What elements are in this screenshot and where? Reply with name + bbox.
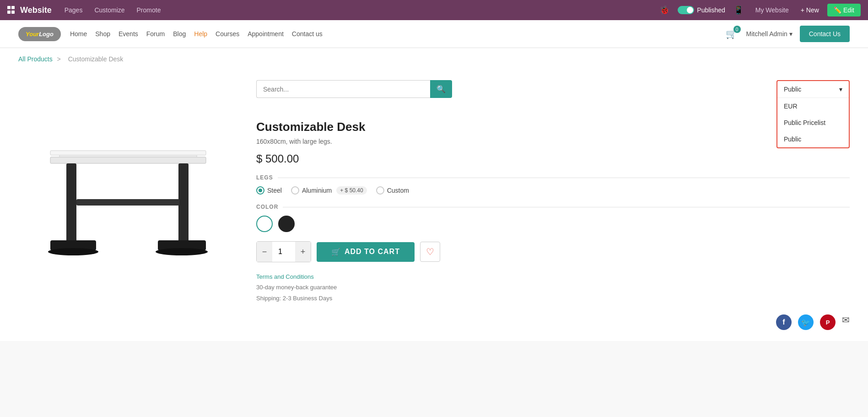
dropdown-item-public[interactable]: Public bbox=[777, 131, 849, 147]
cart-badge: 0 bbox=[733, 26, 741, 33]
promote-link[interactable]: Promote bbox=[133, 5, 165, 16]
color-white-swatch[interactable] bbox=[256, 216, 273, 232]
color-group bbox=[256, 216, 850, 232]
legs-steel-radio[interactable] bbox=[256, 186, 264, 195]
svg-rect-1 bbox=[50, 157, 206, 163]
new-button[interactable]: + New bbox=[797, 5, 823, 16]
published-toggle[interactable]: Published bbox=[678, 6, 725, 14]
search-icon: 🔍 bbox=[437, 85, 446, 93]
legs-aluminium-label: Aluminium bbox=[302, 187, 332, 194]
svg-rect-3 bbox=[178, 163, 189, 246]
svg-point-8 bbox=[156, 248, 208, 255]
svg-rect-6 bbox=[76, 199, 179, 206]
quantity-decrease-button[interactable]: − bbox=[257, 242, 272, 262]
grid-icon[interactable] bbox=[7, 6, 16, 14]
edit-button[interactable]: ✏️ Edit bbox=[827, 4, 861, 16]
dropdown-item-eur[interactable]: EUR bbox=[777, 98, 849, 114]
nav-blog[interactable]: Blog bbox=[173, 30, 186, 38]
public-dropdown[interactable]: Public ▾ EUR Public Pricelist Public bbox=[776, 80, 850, 148]
contact-us-button[interactable]: Contact Us bbox=[800, 26, 850, 42]
wishlist-button[interactable]: ♡ bbox=[420, 242, 440, 262]
main-content: 🔍 Public ▾ EUR Public Pricelist Public C… bbox=[0, 66, 868, 341]
quantity-increase-button[interactable]: + bbox=[295, 242, 311, 262]
policy-guarantee: 30-day money-back guarantee bbox=[256, 282, 850, 292]
product-image bbox=[18, 76, 238, 332]
policy-shipping: Shipping: 2-3 Business Days bbox=[256, 293, 850, 303]
nav-forum[interactable]: Forum bbox=[146, 30, 165, 38]
add-to-cart-button[interactable]: 🛒 ADD TO CART bbox=[317, 242, 415, 262]
mobile-icon[interactable]: 📱 bbox=[733, 5, 744, 15]
legs-steel-label: Steel bbox=[267, 187, 282, 194]
chevron-down-icon: ▾ bbox=[839, 86, 842, 93]
site-nav: Home Shop Events Forum Blog Help Courses… bbox=[70, 30, 717, 38]
breadcrumb: All Products > Customizable Desk bbox=[0, 48, 868, 66]
cart-section: − + 🛒 ADD TO CART ♡ bbox=[256, 241, 850, 262]
search-bar: 🔍 bbox=[256, 80, 452, 98]
color-black-swatch[interactable] bbox=[278, 216, 295, 232]
breadcrumb-all-products[interactable]: All Products bbox=[18, 55, 53, 63]
legs-label: LEGS bbox=[256, 174, 850, 181]
site-header: YourLogo Home Shop Events Forum Blog Hel… bbox=[0, 20, 868, 48]
nav-shop[interactable]: Shop bbox=[95, 30, 110, 38]
logo[interactable]: YourLogo bbox=[18, 27, 61, 41]
share-email-button[interactable]: ✉ bbox=[842, 314, 850, 330]
nav-events[interactable]: Events bbox=[119, 30, 138, 38]
admin-bar: Website Pages Customize Promote 🐞 Publis… bbox=[0, 0, 868, 20]
bug-icon[interactable]: 🐞 bbox=[659, 5, 669, 15]
my-website-link[interactable]: My Website bbox=[755, 6, 789, 14]
legs-custom-option[interactable]: Custom bbox=[376, 186, 409, 195]
share-facebook-button[interactable]: f bbox=[776, 314, 792, 330]
search-input[interactable] bbox=[256, 80, 430, 98]
share-pinterest-button[interactable]: P bbox=[820, 314, 836, 330]
breadcrumb-current: Customizable Desk bbox=[68, 55, 124, 63]
published-label: Published bbox=[697, 6, 725, 14]
quantity-control: − + bbox=[256, 241, 311, 262]
legs-option-section: LEGS Steel Aluminium + $ 50.40 Custom bbox=[256, 174, 850, 195]
legs-steel-option[interactable]: Steel bbox=[256, 186, 282, 195]
add-to-cart-label: ADD TO CART bbox=[345, 248, 400, 256]
nav-courses[interactable]: Courses bbox=[216, 30, 239, 38]
policy-section: Terms and Conditions 30-day money-back g… bbox=[256, 271, 850, 303]
public-dropdown-label: Public bbox=[784, 86, 801, 93]
breadcrumb-separator: > bbox=[57, 55, 61, 63]
color-label: COLOR bbox=[256, 204, 850, 210]
toggle-switch[interactable] bbox=[678, 6, 694, 14]
cart-icon-btn: 🛒 bbox=[331, 248, 341, 256]
nav-contact-us[interactable]: Contact us bbox=[292, 30, 323, 38]
site-name: Website bbox=[20, 5, 52, 15]
legs-aluminium-radio[interactable] bbox=[291, 186, 299, 195]
legs-custom-radio[interactable] bbox=[376, 186, 384, 195]
search-button[interactable]: 🔍 bbox=[430, 80, 452, 98]
legs-aluminium-option[interactable]: Aluminium + $ 50.40 bbox=[291, 186, 367, 195]
pencil-icon: ✏️ bbox=[834, 6, 841, 14]
svg-rect-9 bbox=[50, 151, 206, 155]
share-twitter-button[interactable]: 🐦 bbox=[798, 314, 814, 330]
nav-help[interactable]: Help bbox=[194, 30, 207, 38]
social-section: f 🐦 P ✉ bbox=[256, 314, 850, 330]
quantity-input[interactable] bbox=[272, 243, 295, 260]
cart-icon[interactable]: 🛒 0 bbox=[726, 28, 737, 39]
user-name[interactable]: Mitchell Admin ▾ bbox=[746, 30, 793, 38]
svg-point-7 bbox=[48, 248, 98, 255]
color-option-section: COLOR bbox=[256, 204, 850, 232]
public-dropdown-header[interactable]: Public ▾ bbox=[777, 81, 849, 98]
dropdown-item-public-pricelist[interactable]: Public Pricelist bbox=[777, 114, 849, 131]
policy-terms[interactable]: Terms and Conditions bbox=[256, 271, 850, 282]
legs-custom-label: Custom bbox=[387, 187, 409, 194]
svg-rect-2 bbox=[66, 163, 76, 246]
customize-link[interactable]: Customize bbox=[91, 5, 128, 16]
product-title: Customizable Desk bbox=[256, 120, 850, 134]
aluminium-price-badge: + $ 50.40 bbox=[336, 186, 367, 195]
product-subtitle: 160x80cm, with large legs. bbox=[256, 138, 850, 145]
product-details: 🔍 Public ▾ EUR Public Pricelist Public C… bbox=[256, 76, 850, 332]
desk-image-svg bbox=[23, 108, 233, 300]
nav-home[interactable]: Home bbox=[70, 30, 87, 38]
nav-appointment[interactable]: Appointment bbox=[248, 30, 284, 38]
legs-radio-group: Steel Aluminium + $ 50.40 Custom bbox=[256, 186, 850, 195]
plus-icon: + bbox=[801, 6, 804, 14]
user-area: Mitchell Admin ▾ Contact Us bbox=[746, 26, 850, 42]
pages-link[interactable]: Pages bbox=[61, 5, 86, 16]
product-price: $ 500.00 bbox=[256, 152, 850, 165]
